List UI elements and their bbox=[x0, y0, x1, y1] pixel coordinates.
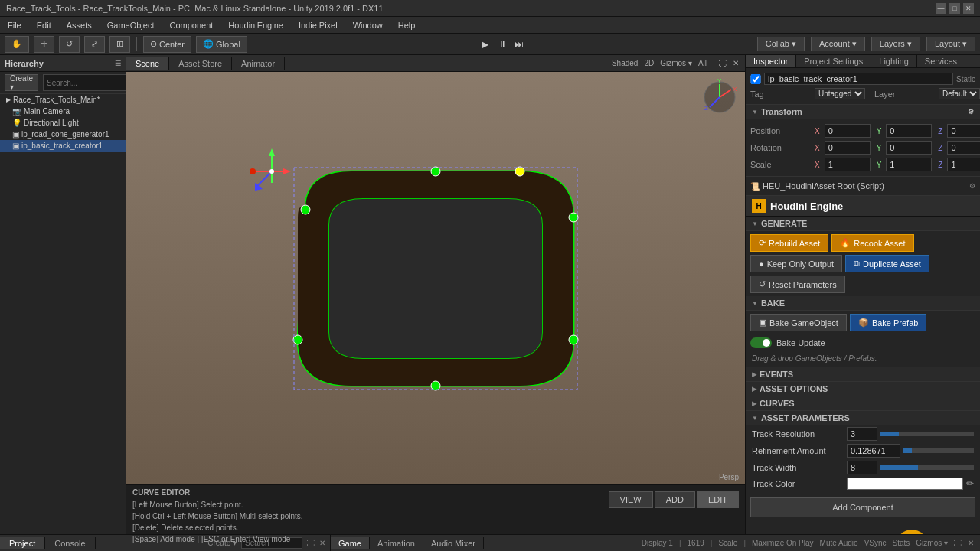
bake-gameobject-button[interactable]: ▣ Bake GameObject bbox=[750, 314, 847, 331]
close-icon[interactable]: ✕ bbox=[733, 59, 739, 67]
shaded-label[interactable]: Shaded bbox=[612, 59, 638, 67]
gizmos-button[interactable]: Gizmos ▾ bbox=[660, 59, 692, 67]
scale-y-field[interactable] bbox=[886, 158, 932, 171]
layout-button[interactable]: Layout ▾ bbox=[926, 37, 975, 51]
menu-component[interactable]: Component bbox=[166, 19, 216, 31]
rebuild-asset-button[interactable]: ⟳ Rebuild Asset bbox=[750, 234, 828, 252]
transform-section[interactable]: ▼ Transform ⚙ bbox=[746, 105, 980, 119]
tab-lighting[interactable]: Lighting bbox=[871, 55, 917, 67]
color-picker-icon[interactable]: ✏ bbox=[966, 478, 974, 489]
track-resolution-slider[interactable] bbox=[880, 432, 974, 436]
track-resolution-field[interactable] bbox=[847, 427, 877, 441]
rot-y-field[interactable] bbox=[886, 141, 932, 155]
asset-options-section-header[interactable]: ▶ ASSET OPTIONS bbox=[746, 382, 980, 396]
asset-params-section-header[interactable]: ▼ ASSET PARAMETERS bbox=[746, 411, 980, 425]
menu-file[interactable]: File bbox=[5, 19, 24, 31]
svg-text:X: X bbox=[733, 86, 737, 93]
hierarchy-item-scene[interactable]: ▶ Race_Track_Tools_Main* bbox=[0, 94, 126, 106]
keep-output-button[interactable]: ● Keep Only Output bbox=[750, 255, 842, 272]
track-color-swatch[interactable] bbox=[847, 478, 963, 490]
step-button[interactable]: ⏭ bbox=[512, 37, 526, 51]
recook-asset-button[interactable]: 🔥 Recook Asset bbox=[831, 234, 913, 252]
tab-console[interactable]: Console bbox=[45, 537, 95, 549]
tool-rotate[interactable]: ↺ bbox=[59, 36, 80, 53]
account-button[interactable]: Account ▾ bbox=[811, 37, 865, 51]
maximize-on-play-label[interactable]: Maximize On Play bbox=[752, 539, 814, 547]
svg-text:Y: Y bbox=[717, 78, 722, 84]
svg-marker-11 bbox=[283, 168, 291, 174]
maximize-button[interactable]: □ bbox=[949, 3, 960, 14]
add-point-button[interactable]: ADD bbox=[655, 491, 695, 508]
all-button[interactable]: All bbox=[698, 59, 707, 67]
track-width-field[interactable] bbox=[847, 461, 877, 474]
rot-x-field[interactable] bbox=[825, 141, 871, 155]
center-button[interactable]: ⊙ Center bbox=[143, 36, 191, 53]
tab-assetstore[interactable]: Asset Store bbox=[169, 57, 232, 70]
vsync-label[interactable]: VSync bbox=[864, 539, 887, 547]
collab-button[interactable]: Collab ▾ bbox=[757, 37, 805, 51]
object-name-field[interactable] bbox=[764, 73, 953, 85]
tag-select[interactable]: Untagged bbox=[815, 88, 865, 99]
tool-hand[interactable]: ✋ bbox=[5, 36, 29, 53]
mute-audio-label[interactable]: Mute Audio bbox=[820, 539, 858, 547]
menu-edit[interactable]: Edit bbox=[34, 19, 54, 31]
tool-scale[interactable]: ⤢ bbox=[84, 36, 105, 53]
menu-houdiniengine[interactable]: HoudiniEngine bbox=[225, 19, 286, 31]
drag-drop-area[interactable]: Drag & drop GameObjects / Prefabs. bbox=[746, 351, 980, 367]
active-toggle[interactable] bbox=[750, 74, 761, 84]
tool-rect[interactable]: ⊞ bbox=[109, 36, 130, 53]
close-button[interactable]: ✕ bbox=[963, 3, 974, 14]
menu-assets[interactable]: Assets bbox=[64, 19, 95, 31]
pos-z-field[interactable] bbox=[947, 124, 980, 138]
bake-update-toggle[interactable] bbox=[750, 337, 772, 348]
tool-move[interactable]: ✛ bbox=[34, 36, 54, 53]
hierarchy-item-maincamera[interactable]: 📷 Main Camera bbox=[0, 106, 126, 117]
tab-services[interactable]: Services bbox=[917, 55, 965, 67]
game-close-icon[interactable]: ✕ bbox=[968, 539, 974, 547]
track-width-slider[interactable] bbox=[880, 465, 974, 470]
pos-y-field[interactable] bbox=[886, 124, 932, 138]
events-section-header[interactable]: ▶ EVENTS bbox=[746, 367, 980, 382]
layers-button[interactable]: Layers ▾ bbox=[871, 37, 920, 51]
menu-indiepixel[interactable]: Indie Pixel bbox=[296, 19, 341, 31]
view-mode-button[interactable]: VIEW bbox=[609, 491, 653, 508]
pause-button[interactable]: ⏸ bbox=[495, 37, 509, 51]
scale-z-field[interactable] bbox=[947, 158, 980, 171]
game-gizmos-label[interactable]: Gizmos ▾ bbox=[916, 539, 948, 547]
minimize-button[interactable]: — bbox=[936, 3, 946, 14]
add-component-button[interactable]: Add Component bbox=[750, 497, 975, 517]
scene-viewport[interactable]: X Y Z Persp bbox=[126, 72, 745, 484]
duplicate-asset-button[interactable]: ⧉ Duplicate Asset bbox=[845, 255, 929, 272]
generate-section-header[interactable]: ▼ GENERATE bbox=[746, 217, 980, 231]
layer-select[interactable]: Default bbox=[939, 88, 980, 99]
scale-x-field[interactable] bbox=[825, 158, 871, 171]
bake-section-header[interactable]: ▼ BAKE bbox=[746, 296, 980, 311]
menu-window[interactable]: Window bbox=[350, 19, 386, 31]
tab-inspector[interactable]: Inspector bbox=[746, 55, 796, 67]
hierarchy-item-track[interactable]: ▣ ip_basic_track_creator1 bbox=[0, 140, 126, 152]
rot-z-field[interactable] bbox=[947, 141, 980, 155]
stats-label[interactable]: Stats bbox=[893, 539, 910, 547]
reset-params-button[interactable]: ↺ Reset Parameters bbox=[750, 276, 845, 293]
refinement-amount-field[interactable] bbox=[847, 444, 900, 458]
edit-mode-button[interactable]: EDIT bbox=[697, 491, 739, 508]
hierarchy-item-cone[interactable]: ▣ ip_road_cone_generator1 bbox=[0, 129, 126, 140]
create-button[interactable]: Create ▾ bbox=[5, 74, 38, 91]
static-label[interactable]: Static bbox=[956, 75, 975, 83]
refinement-slider[interactable] bbox=[903, 448, 974, 453]
menu-help[interactable]: Help bbox=[395, 19, 419, 31]
play-button[interactable]: ▶ bbox=[479, 37, 492, 51]
menu-gameobject[interactable]: GameObject bbox=[104, 19, 158, 31]
bake-prefab-button[interactable]: 📦 Bake Prefab bbox=[850, 314, 927, 331]
tab-project[interactable]: Project bbox=[0, 537, 45, 549]
pos-x-field[interactable] bbox=[825, 124, 871, 138]
2d-label[interactable]: 2D bbox=[644, 59, 654, 67]
tab-scene[interactable]: Scene bbox=[126, 57, 169, 70]
game-maximize-icon[interactable]: ⛶ bbox=[954, 539, 962, 547]
tab-animator[interactable]: Animator bbox=[232, 57, 285, 70]
curves-section-header[interactable]: ▶ CURVES bbox=[746, 396, 980, 411]
tab-project-settings[interactable]: Project Settings bbox=[796, 55, 871, 67]
global-button[interactable]: 🌐 Global bbox=[196, 36, 247, 53]
hierarchy-item-light[interactable]: 💡 Directional Light bbox=[0, 117, 126, 129]
maximize-icon[interactable]: ⛶ bbox=[719, 59, 727, 67]
